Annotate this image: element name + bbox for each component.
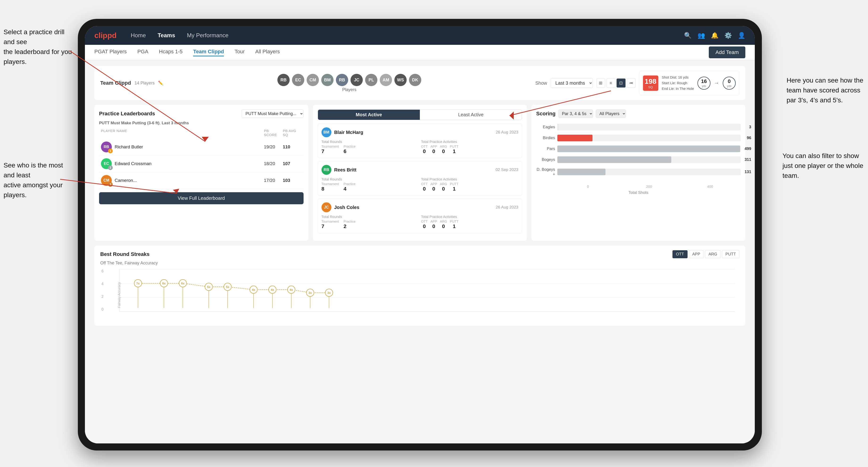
pac-header: JC Josh Coles 26 Aug 2023	[321, 203, 519, 212]
filter-putt-button[interactable]: PUTT	[722, 250, 739, 258]
players-label: Players	[342, 87, 356, 92]
practice-activities-group: Total Practice Activities OTT 0 APP 0	[421, 177, 518, 192]
subnav-tour[interactable]: Tour	[235, 49, 245, 56]
avatar[interactable]: BM	[321, 74, 334, 86]
people-icon[interactable]: 👥	[698, 32, 705, 39]
filter-arg-button[interactable]: ARG	[705, 250, 721, 258]
avatar[interactable]: CM	[307, 74, 319, 86]
leaderboard-row[interactable]: RB 1 Richard Butler 19/20 110	[99, 139, 304, 155]
avatar[interactable]: RB	[336, 74, 348, 86]
team-title: Team Clippd 14 Players ✏️	[100, 80, 163, 86]
subnav-team-clippd[interactable]: Team Clippd	[193, 49, 224, 56]
bar-track: 131	[557, 168, 741, 175]
streak-chart-area: 6 4 2 0	[119, 269, 739, 321]
avatar[interactable]: DK	[409, 74, 421, 86]
pac-stats: Total Rounds Tournament 7 Practice 6	[321, 139, 519, 154]
leaderboard-row[interactable]: EC 2 Edward Crossman 18/20 107	[99, 155, 304, 172]
bar-track: 96	[557, 135, 741, 141]
subnav-hcaps[interactable]: Hcaps 1-5	[159, 49, 183, 56]
player-activity-card: JC Josh Coles 26 Aug 2023 Total Rounds T…	[318, 198, 522, 233]
grid-view-button[interactable]: ⊞	[596, 79, 605, 88]
leaderboard-header: Practice Leaderboards PUTT Must Make Put…	[99, 110, 304, 118]
rank-badge: 1	[108, 149, 113, 153]
drill-select[interactable]: PUTT Must Make Putting...	[242, 110, 304, 118]
players-filter-select[interactable]: All Players	[596, 110, 626, 118]
lb-avatar: CM 3	[101, 175, 112, 186]
subnav-pgat[interactable]: PGAT Players	[94, 49, 127, 56]
svg-text:6x: 6x	[181, 282, 185, 285]
pac-avatar: RB	[321, 165, 331, 175]
subnav-all-players[interactable]: All Players	[255, 49, 280, 56]
streaks-title: Best Round Streaks	[100, 251, 150, 257]
filter-view-button[interactable]: ≔	[627, 79, 636, 88]
nav-item-performance[interactable]: My Performance	[187, 32, 228, 39]
avatar[interactable]: PL	[365, 74, 377, 86]
filter-app-button[interactable]: APP	[689, 250, 704, 258]
settings-icon[interactable]: ⚙️	[724, 32, 732, 39]
nav-item-teams[interactable]: Teams	[158, 32, 175, 39]
annotation-right-top: Here you can see how theteam have scored…	[786, 75, 863, 105]
chart-x-title: Total Shots	[536, 190, 741, 195]
start-yds-circle: 16 yds	[698, 76, 710, 90]
lb-player: RB 1 Richard Butler	[101, 142, 264, 152]
bar-row-bogeys: Bogeys 311	[536, 156, 741, 163]
pac-avatar: JC	[321, 203, 331, 212]
avatar[interactable]: EC	[292, 74, 304, 86]
bar-row-pars: Pars 499	[536, 146, 741, 152]
avatar[interactable]: WS	[394, 74, 407, 86]
lb-player: CM 3 Cameron...	[101, 175, 264, 186]
pac-player: RB Rees Britt	[321, 165, 356, 175]
leaderboard-row[interactable]: CM 3 Cameron... 17/20 103	[99, 172, 304, 189]
list-view-button[interactable]: ≡	[607, 79, 615, 88]
bar-fill	[557, 146, 740, 152]
tablet-screen: clippd Home Teams My Performance 🔍 👥 🔔 ⚙…	[85, 26, 755, 443]
best-round-streaks-card: Best Round Streaks OTT APP ARG PUTT Off …	[94, 246, 745, 326]
avatar[interactable]: JC	[350, 74, 363, 86]
leaderboard-title: Practice Leaderboards	[99, 111, 155, 117]
view-full-leaderboard-button[interactable]: View Full Leaderboard	[99, 192, 304, 204]
navbar: clippd Home Teams My Performance 🔍 👥 🔔 ⚙…	[85, 26, 755, 45]
streaks-filter-buttons: OTT APP ARG PUTT	[673, 250, 739, 258]
most-active-tab[interactable]: Most Active	[318, 110, 420, 120]
user-avatar-icon[interactable]: 👤	[738, 32, 745, 39]
bar-track: 311	[557, 156, 741, 163]
bar-fill	[557, 168, 605, 175]
edit-icon[interactable]: ✏️	[158, 81, 163, 86]
player-activity-card: BM Blair McHarg 26 Aug 2023 Total Rounds…	[318, 124, 522, 158]
chart-x-axis: 0 200 400	[557, 184, 741, 188]
period-select[interactable]: Last 3 months	[551, 78, 593, 88]
svg-text:7x: 7x	[136, 282, 140, 285]
avatar[interactable]: AM	[380, 74, 392, 86]
nav-item-home[interactable]: Home	[131, 32, 146, 39]
card-view-button[interactable]: ⊡	[617, 79, 625, 88]
subnav-pga[interactable]: PGA	[137, 49, 148, 56]
y-axis-title: Fairway Accuracy	[117, 282, 121, 308]
avatar[interactable]: RB	[277, 74, 290, 86]
pac-header: BM Blair McHarg 26 Aug 2023	[321, 127, 519, 137]
annotation-right-bottom: You can also filter to showjust one play…	[783, 151, 863, 181]
par-filter-select[interactable]: Par 3, 4 & 5s	[558, 110, 593, 118]
streaks-header: Best Round Streaks OTT APP ARG PUTT	[100, 250, 739, 258]
bar-row-eagles: Eagles 3	[536, 124, 741, 130]
end-yds-circle: 0 yds	[723, 76, 736, 90]
total-rounds-group: Total Rounds Tournament 8 Practice 4	[321, 177, 418, 192]
bell-icon[interactable]: 🔔	[711, 32, 718, 39]
rank-badge: 2	[108, 165, 113, 170]
add-team-button[interactable]: Add Team	[709, 46, 745, 58]
shot-yds-row: 16 yds → 0 yds	[698, 76, 736, 90]
main-content: Team Clippd 14 Players ✏️ RB EC CM BM RB…	[85, 60, 755, 443]
lb-avatar: RB 1	[101, 142, 112, 152]
svg-text:3x: 3x	[309, 291, 312, 294]
filter-ott-button[interactable]: OTT	[673, 250, 687, 258]
svg-text:4x: 4x	[271, 288, 274, 291]
lb-player: EC 2 Edward Crossman	[101, 158, 264, 169]
bar-row-dbogeys: D. Bogeys + 131	[536, 167, 741, 177]
svg-text:4x: 4x	[290, 288, 293, 291]
scoring-bar-chart: Eagles 3 Birdies 96	[536, 121, 741, 183]
nav-items: Home Teams My Performance	[131, 32, 684, 39]
search-icon[interactable]: 🔍	[684, 32, 691, 39]
bar-fill	[557, 156, 671, 163]
least-active-tab[interactable]: Least Active	[420, 110, 522, 120]
player-activity-card: RB Rees Britt 02 Sep 2023 Total Rounds T…	[318, 161, 522, 196]
bar-track: 499	[557, 146, 741, 152]
